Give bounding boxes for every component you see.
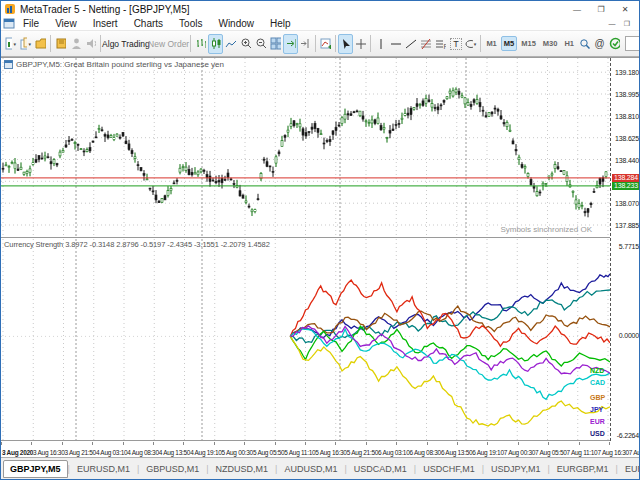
menu-file[interactable]: File [15, 18, 47, 29]
ask-price-badge: 138.284 [612, 174, 639, 182]
auto-scroll-button[interactable] [283, 34, 298, 54]
crosshair-icon [355, 38, 366, 50]
tile-windows-icon [270, 37, 281, 50]
candlesticks-button[interactable] [208, 34, 223, 54]
algo-trading-button[interactable]: Algo Trading [103, 34, 148, 54]
timeframe-h1-button[interactable]: H1 [561, 36, 577, 51]
fibo-levels-button[interactable]: F [433, 34, 448, 54]
close-button[interactable]: ✕ [614, 3, 636, 16]
symbol-label: GBPJPY,M5: Great Britain pound sterling … [4, 60, 224, 69]
timeframe-m15-button[interactable]: M15 [518, 36, 539, 51]
main-chart-pane[interactable]: GBPJPY,M5: Great Britain pound sterling … [1, 58, 610, 238]
toolbar-search-input[interactable] [625, 36, 639, 51]
text-label-button[interactable]: T [448, 34, 463, 54]
metatrader-window: MetaTrader 5 - Netting - [GBPJPY,M5] — ❐… [0, 0, 640, 480]
time-label: 5 Aug 21:50 [347, 449, 378, 456]
search-icon [579, 38, 590, 50]
indicator-axis-top: 5.7715 [619, 243, 639, 250]
tab-list: GBPJPY,M5|EURUSD,M1|GBPUSD,M1|NZDUSD,M1|… [3, 460, 639, 478]
menu-help[interactable]: Help [262, 18, 299, 29]
price-label: 137.885 [615, 222, 639, 229]
child-restore-button[interactable]: ❐ [621, 20, 633, 28]
chart-shift-button[interactable] [298, 34, 313, 54]
tab-usdchf-m1[interactable]: USDCHF,M1 [416, 460, 482, 478]
time-label: 6 Aug 03:10 [378, 449, 409, 456]
tab-usdcad-m1[interactable]: USDCAD,M1 [347, 460, 414, 478]
crosshair-button[interactable] [353, 34, 368, 54]
tab-euraud-m1[interactable]: EURAUD,M1 [618, 460, 639, 478]
new-order-label: New Order [148, 39, 189, 49]
minimize-button[interactable]: — [566, 3, 588, 16]
connection-status-button[interactable] [607, 34, 622, 54]
levels-icon: F [435, 38, 446, 50]
indicator-header: Currency Strength 3.8972 -0.3148 2.8796 … [4, 240, 270, 249]
time-axis[interactable]: 3 Aug 20203 Aug 16:303 Aug 21:504 Aug 03… [1, 442, 610, 457]
timeframe-m5-button[interactable]: M5 [501, 36, 517, 51]
timeframe-m30-button[interactable]: M30 [540, 36, 561, 51]
restore-button[interactable]: ❐ [590, 3, 612, 16]
text-tool-icon: T [450, 38, 462, 50]
time-label: 6 Aug 19:10 [472, 449, 503, 456]
time-label: 5 Aug 11:10 [284, 449, 315, 456]
child-minimize-button[interactable]: — [606, 20, 618, 28]
zoom-out-button[interactable] [253, 34, 268, 54]
price-axis[interactable]: 139.180138.995138.810138.625138.440138.0… [610, 58, 639, 441]
new-chart-icon [5, 37, 12, 50]
profiles-button[interactable]: ▾ [18, 34, 33, 54]
menu-window[interactable]: Window [210, 18, 262, 29]
tab-audusd-m1[interactable]: AUDUSD,M1 [277, 460, 344, 478]
menu-tools[interactable]: Tools [171, 18, 210, 29]
indicator-canvas[interactable] [1, 239, 610, 441]
indicators-button[interactable] [318, 34, 333, 54]
menu-items: FileViewInsertChartsToolsWindowHelp [15, 18, 299, 29]
menu-charts[interactable]: Charts [126, 18, 171, 29]
objects-dropdown-button[interactable]: ▾ [463, 34, 478, 54]
chart-mini-icon [4, 60, 13, 69]
market-watch-button[interactable] [53, 34, 68, 54]
timeframe-m1-button[interactable]: M1 [483, 36, 499, 51]
shapes-icon [465, 38, 472, 50]
toolbar: ▾ ▾ Algo Trading New Order F T ▾ M1M5M15… [1, 31, 639, 57]
menu-insert[interactable]: Insert [85, 18, 126, 29]
time-label: 5 Aug 00:30 [222, 449, 253, 456]
time-label: 4 Aug 08:30 [127, 449, 158, 456]
tab-nzdusd-m1[interactable]: NZDUSD,M1 [209, 460, 276, 478]
new-chart-button[interactable]: ▾ [3, 34, 18, 54]
auto-scroll-icon [285, 37, 296, 50]
sounds-button[interactable] [83, 34, 98, 54]
tab-gbpusd-m1[interactable]: GBPUSD,M1 [139, 460, 206, 478]
line-purple [290, 326, 610, 374]
data-folder-button[interactable] [33, 34, 48, 54]
tile-windows-button[interactable] [268, 34, 283, 54]
time-label: 5 Aug 05:50 [253, 449, 284, 456]
community-button[interactable]: @ [592, 34, 607, 54]
tab-gbpjpy-m5[interactable]: GBPJPY,M5 [3, 460, 68, 478]
menu-view[interactable]: View [47, 18, 85, 29]
tab-usdjpy-m1[interactable]: USDJPY,M1 [484, 460, 547, 478]
fibonacci-button[interactable] [418, 34, 433, 54]
cursor-button[interactable] [338, 34, 353, 54]
time-label: 7 Aug 00:30 [504, 449, 535, 456]
tab-eurusd-m1[interactable]: EURUSD,M1 [70, 460, 137, 478]
candlestick-icon [210, 37, 221, 50]
new-order-button[interactable]: New Order [148, 34, 188, 54]
chart-window-icon [3, 18, 15, 29]
trendline-icon [405, 38, 416, 50]
search-symbol-button[interactable] [577, 34, 592, 54]
profiles-icon [20, 37, 27, 50]
time-label: 7 Aug 16:30 [597, 449, 628, 456]
vertical-line-button[interactable] [373, 34, 388, 54]
contacts-button[interactable] [68, 34, 83, 54]
main-chart-canvas[interactable] [1, 58, 610, 238]
tab-eurgbp-m1[interactable]: EURGBP,M1 [550, 460, 616, 478]
trendline-button[interactable] [403, 34, 418, 54]
zoom-in-button[interactable] [238, 34, 253, 54]
line-chart-button[interactable] [223, 34, 238, 54]
horizontal-line-button[interactable] [388, 34, 403, 54]
bars-chart-button[interactable] [193, 34, 208, 54]
timeframe-group: M1M5M15M30H1 [483, 36, 577, 51]
time-label: 3 Aug 21:50 [65, 449, 96, 456]
indicator-pane[interactable]: Currency Strength 3.8972 -0.3148 2.8796 … [1, 239, 610, 441]
zoom-in-icon [240, 37, 251, 50]
time-label: 4 Aug 13:50 [159, 449, 190, 456]
